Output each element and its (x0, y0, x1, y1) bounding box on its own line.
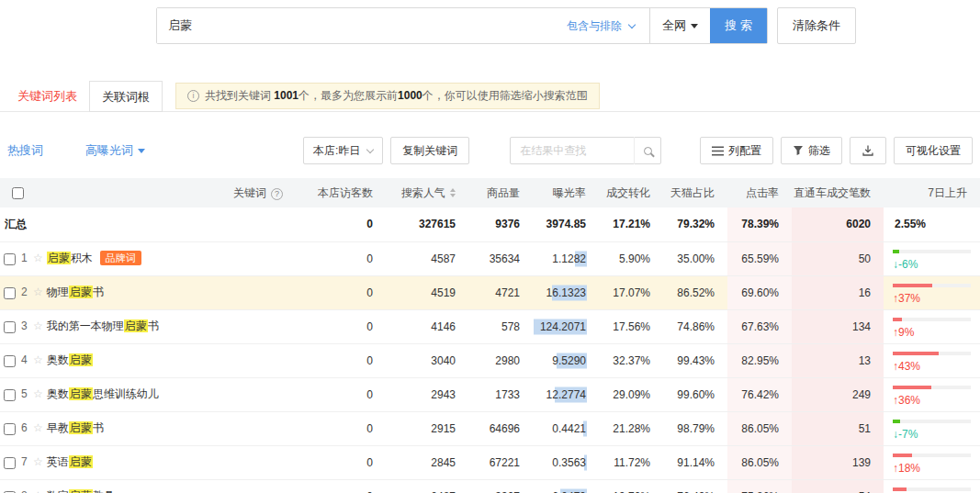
search-box: 包含与排除 全网 搜 索 (156, 7, 768, 44)
caret-down-icon (138, 149, 145, 153)
keyword-text[interactable]: 奥数启蒙 (47, 353, 93, 366)
high-exposure-label: 高曝光词 (85, 142, 133, 159)
keyword-cell: ☆奥数启蒙思维训练幼儿 (31, 377, 303, 411)
favorite-star-icon[interactable]: ☆ (33, 421, 43, 434)
keyword-text[interactable]: 奥数启蒙思维训练幼儿 (47, 387, 159, 400)
row-checkbox[interactable] (4, 253, 16, 265)
row-checkbox[interactable] (4, 423, 16, 435)
row-index: 2 (21, 286, 28, 298)
scope-select[interactable]: 全网 (649, 8, 710, 43)
row-checkbox[interactable] (4, 389, 16, 401)
ctr-cell: 65.59% (727, 241, 792, 275)
copy-keywords-button[interactable]: 复制关键词 (390, 137, 469, 164)
favorite-star-icon[interactable]: ☆ (33, 489, 43, 493)
column-config-button[interactable]: 列配置 (700, 137, 773, 164)
exposure-rate-cell: 16.1323 (533, 275, 599, 309)
rise-bar-track (893, 386, 971, 389)
tmall-share-cell: 35.00% (663, 241, 727, 275)
keyword-highlight: 启蒙 (69, 455, 93, 468)
search-popularity-cell: 327615 (386, 207, 468, 241)
col-exposure-rate: 曝光率 (533, 178, 599, 207)
row-checkbox[interactable] (4, 321, 16, 333)
col-ztc-orders: 直通车成交笔数 (792, 178, 884, 207)
filter-button[interactable]: 筛选 (781, 137, 842, 164)
table-toolbar: 热搜词 高曝光词 本店:昨日 复制关键词 列配置 筛选 可视化设置 (0, 136, 980, 165)
keyword-text[interactable]: 数字启蒙教具 (47, 489, 115, 493)
row-index: 1 (21, 252, 28, 264)
table-row: 3☆我的第一本物理启蒙书04146578124.207117.56%74.86%… (0, 309, 980, 343)
ztc-orders-cell: 51 (792, 411, 884, 445)
row-checkbox[interactable] (4, 287, 16, 299)
table-header-row: 关键词? 本店访客数 搜索人气 商品量 曝光率 成交转化 天猫占比 点击率 直通… (0, 178, 980, 207)
keyword-text[interactable]: 我的第一本物理启蒙书 (47, 319, 159, 332)
favorite-star-icon[interactable]: ☆ (33, 455, 43, 468)
visitors-cell: 0 (303, 445, 386, 479)
tmall-share-cell: 98.79% (663, 411, 727, 445)
high-exposure-dropdown[interactable]: 高曝光词 (85, 142, 145, 159)
search-popularity-cell: 2845 (386, 445, 468, 479)
favorite-star-icon[interactable]: ☆ (33, 319, 43, 332)
store-date-select[interactable]: 本店:昨日 (303, 137, 383, 164)
keyword-highlight: 启蒙 (69, 286, 93, 298)
sort-icon[interactable] (450, 188, 456, 197)
rise-7d-cell: ↑18% (884, 445, 980, 479)
include-exclude-toggle[interactable]: 包含与排除 (552, 8, 649, 43)
chevron-down-icon (366, 146, 374, 153)
conversion-cell: 29.09% (599, 377, 663, 411)
keyword-text[interactable]: 物理启蒙书 (47, 286, 104, 298)
rise-bar (893, 250, 899, 253)
keyword-text[interactable]: 英语启蒙 (47, 455, 93, 468)
ztc-orders-cell: 249 (792, 377, 884, 411)
brand-word-badge: 品牌词 (100, 251, 141, 265)
rise-value: ↑36% (893, 394, 971, 407)
exposure-rate-cell: 6.0479 (533, 479, 599, 493)
tab-keyword-list[interactable]: 关键词列表 (6, 81, 89, 112)
keyword-cell: ☆启蒙积木品牌词 (31, 241, 303, 275)
tmall-share-cell: 99.43% (663, 343, 727, 377)
tmall-share-cell: 76.49% (663, 479, 727, 493)
exposure-rate-cell: 3974.85 (533, 207, 599, 241)
rise-7d-cell: ↑37% (884, 275, 980, 309)
keyword-highlight: 启蒙 (69, 421, 93, 434)
select-all-checkbox[interactable] (12, 187, 24, 199)
search-popularity-cell: 3040 (386, 343, 468, 377)
rise-bar (893, 420, 900, 423)
conversion-cell: 17.56% (599, 309, 663, 343)
search-button[interactable]: 搜 索 (710, 8, 767, 43)
include-exclude-label: 包含与排除 (567, 18, 622, 34)
table-row: 8☆数字启蒙教具0248733076.047919.70%76.49%75.86… (0, 479, 980, 493)
conversion-cell: 5.90% (599, 241, 663, 275)
exposure-rate-cell: 1.1282 (533, 241, 599, 275)
rise-bar-track (893, 318, 971, 321)
product-count-cell: 67221 (468, 445, 533, 479)
help-icon[interactable]: ? (271, 188, 283, 200)
ctr-cell: 78.39% (727, 207, 792, 241)
table-row: 5☆奥数启蒙思维训练幼儿02943173312.277429.09%99.60%… (0, 377, 980, 411)
product-count-cell: 4721 (468, 275, 533, 309)
search-submit[interactable] (634, 137, 661, 164)
favorite-star-icon[interactable]: ☆ (33, 387, 43, 400)
tmall-share-cell: 91.14% (663, 445, 727, 479)
col-store-visitors: 本店访客数 (303, 178, 386, 207)
favorite-star-icon[interactable]: ☆ (33, 252, 43, 264)
favorite-star-icon[interactable]: ☆ (33, 353, 43, 366)
download-button[interactable] (850, 137, 886, 164)
row-index: 3 (21, 319, 28, 332)
row-checkbox[interactable] (4, 457, 16, 469)
keyword-text[interactable]: 早教启蒙书 (47, 421, 104, 434)
hot-search-words-link[interactable]: 热搜词 (7, 142, 43, 159)
clear-conditions-button[interactable]: 清除条件 (777, 7, 856, 44)
search-input[interactable] (157, 8, 552, 43)
row-checkbox[interactable] (4, 355, 16, 367)
rise-value: ↑9% (893, 326, 971, 339)
keyword-cell: ☆数字启蒙教具 (31, 479, 303, 493)
ztc-orders-cell: 16 (792, 275, 884, 309)
favorite-star-icon[interactable]: ☆ (33, 286, 43, 298)
ztc-orders-cell: 139 (792, 445, 884, 479)
search-popularity-cell: 2487 (386, 479, 468, 493)
keyword-highlight: 启蒙 (69, 387, 93, 400)
tab-related-roots[interactable]: 关联词根 (89, 81, 163, 112)
keyword-text[interactable]: 启蒙积木 (47, 252, 93, 264)
row-index: 6 (21, 421, 28, 434)
visual-settings-button[interactable]: 可视化设置 (894, 137, 973, 164)
